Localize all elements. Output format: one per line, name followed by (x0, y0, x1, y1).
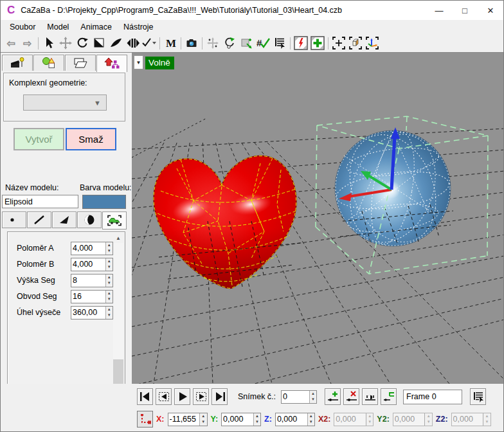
spin-up-icon[interactable]: ▲ (308, 413, 314, 420)
spin-up-icon[interactable]: ▲ (106, 242, 113, 249)
center-view-button[interactable] (330, 35, 347, 51)
spin-down-icon[interactable]: ▼ (308, 419, 314, 426)
add-keyframe-button[interactable] (325, 388, 341, 405)
spin-down-icon[interactable]: ▼ (106, 264, 113, 271)
spin-down-icon[interactable]: ▼ (106, 312, 113, 319)
spin-up-icon[interactable]: ▲ (254, 413, 260, 420)
create-button[interactable]: Vytvoř (14, 128, 64, 150)
z-coordinate-stepper[interactable]: ▲▼ (275, 413, 315, 426)
metafile-button[interactable]: M (162, 35, 179, 51)
select-tool-button[interactable] (40, 35, 57, 51)
frame-list-button[interactable] (470, 388, 486, 405)
x-coordinate-input[interactable] (168, 413, 200, 426)
fill-mode-button[interactable] (91, 35, 107, 51)
spin-down-icon[interactable]: ▼ (254, 419, 260, 426)
undo-button[interactable]: ⇦ (3, 35, 19, 51)
param-arc-angle-stepper[interactable]: ▲▼ (71, 306, 113, 320)
spin-down-icon[interactable]: ▼ (200, 419, 206, 426)
prev-frame-button[interactable] (156, 388, 172, 405)
rotate-tool-button[interactable] (74, 35, 91, 51)
minimize-button[interactable]: — (426, 1, 452, 20)
tab-point[interactable] (2, 212, 26, 228)
mirror-button[interactable] (124, 35, 141, 51)
tab-surfaces[interactable] (65, 55, 96, 71)
spin-up-icon[interactable]: ▲ (106, 274, 113, 281)
add-object-button[interactable] (309, 35, 326, 51)
spinner-arrows[interactable]: ▲▼ (307, 413, 314, 426)
trajectory-toggle-button[interactable] (137, 411, 153, 428)
play-button[interactable] (174, 388, 190, 405)
spin-down-icon[interactable]: ▼ (106, 280, 113, 287)
frame-object-button[interactable] (347, 35, 364, 51)
param-radius-b-stepper[interactable]: ▲▼ (71, 258, 113, 271)
menu-soubor[interactable]: Soubor (5, 21, 42, 33)
param-circumference-seg-input[interactable] (71, 291, 105, 303)
spinner-arrows[interactable]: ▲▼ (105, 274, 113, 287)
spinner-arrows[interactable]: ▲▼ (105, 258, 113, 271)
spinner-arrows[interactable]: ▲▼ (105, 307, 113, 319)
scene-canvas[interactable] (132, 53, 504, 384)
tab-primitives[interactable] (33, 55, 64, 71)
spin-up-icon[interactable]: ▲ (310, 391, 316, 397)
menu-model[interactable]: Model (42, 21, 76, 33)
param-circumference-seg-stepper[interactable]: ▲▼ (71, 290, 113, 303)
go-first-frame-button[interactable] (137, 388, 153, 405)
spinner-arrows[interactable]: ▲▼ (199, 413, 206, 426)
snapshot-button[interactable] (183, 35, 200, 51)
param-radius-a-input[interactable] (71, 242, 105, 255)
keyframe-properties-button[interactable] (362, 388, 378, 405)
param-arc-angle-input[interactable] (71, 307, 105, 319)
rotate-object-button[interactable] (221, 35, 238, 51)
y-coordinate-input[interactable] (222, 413, 253, 426)
move-tool-button[interactable] (57, 35, 74, 51)
param-radius-a-stepper[interactable]: ▲▼ (71, 242, 113, 255)
delete-keyframe-button[interactable] (343, 388, 359, 405)
y-coordinate-stepper[interactable]: ▲▼ (221, 413, 261, 426)
close-button[interactable]: ✕ (478, 1, 503, 20)
spinner-arrows[interactable]: ▲▼ (253, 413, 260, 426)
shading-button[interactable] (107, 35, 124, 51)
delete-button[interactable]: Smaž (66, 128, 116, 150)
move-object-button[interactable] (204, 35, 221, 51)
model-color-swatch[interactable] (82, 195, 126, 209)
param-height-seg-input[interactable] (71, 274, 105, 287)
spinner-arrows[interactable]: ▲▼ (105, 242, 113, 255)
spin-down-icon[interactable]: ▼ (106, 296, 113, 303)
tab-scene[interactable] (2, 55, 33, 71)
frame-number-stepper[interactable]: ▲▼ (281, 390, 317, 404)
tab-sphere-shade[interactable] (77, 212, 102, 228)
viewport-3d[interactable]: ▼ Volně (132, 53, 504, 384)
spinner-arrows[interactable]: ▲▼ (309, 391, 316, 403)
viewport-menu-button[interactable]: ▼ (134, 55, 143, 69)
redo-button[interactable]: ⇨ (19, 35, 36, 51)
tab-hierarchy[interactable] (96, 55, 127, 72)
complex-geometry-select[interactable]: ▼ (23, 94, 107, 111)
frame-name-input[interactable] (403, 390, 462, 404)
param-height-seg-stepper[interactable]: ▲▼ (71, 274, 113, 287)
spin-up-icon[interactable]: ▲ (106, 258, 113, 265)
model-name-input[interactable] (2, 195, 78, 208)
scroll-up-icon[interactable]: ▲ (113, 233, 123, 243)
x-coordinate-stepper[interactable]: ▲▼ (168, 413, 208, 426)
scale-object-button[interactable] (238, 35, 255, 51)
next-frame-button[interactable] (193, 388, 209, 405)
menu-nastroje[interactable]: Nástroje (119, 21, 161, 33)
spin-down-icon[interactable]: ▼ (106, 248, 113, 255)
spinner-arrows[interactable]: ▲▼ (105, 291, 113, 303)
maximize-button[interactable]: □ (452, 1, 478, 20)
tab-line[interactable] (27, 212, 51, 228)
tab-polygon[interactable] (52, 212, 76, 228)
frame-number-input[interactable] (282, 391, 309, 403)
z-coordinate-input[interactable] (276, 413, 307, 426)
menu-animace[interactable]: Animace (76, 21, 119, 33)
go-last-frame-button[interactable] (212, 388, 228, 405)
spin-up-icon[interactable]: ▲ (200, 413, 206, 420)
validate-dropdown-button[interactable] (141, 35, 158, 51)
spin-up-icon[interactable]: ▲ (106, 307, 113, 313)
spin-up-icon[interactable]: ▲ (106, 291, 113, 297)
param-radius-b-input[interactable] (71, 258, 105, 271)
object-list-button[interactable] (271, 35, 288, 51)
copy-keyframe-button[interactable] (381, 388, 397, 405)
spin-down-icon[interactable]: ▼ (310, 397, 316, 403)
show-axes-button[interactable] (364, 35, 381, 51)
